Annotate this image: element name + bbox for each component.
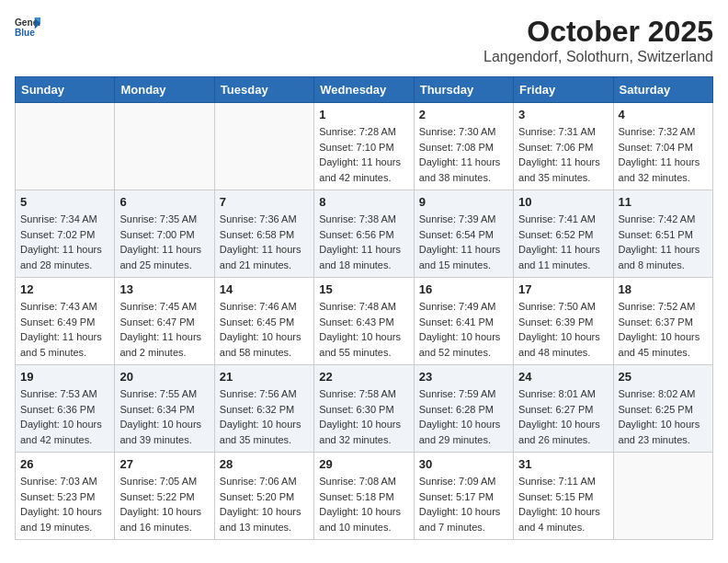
calendar-cell: 11Sunrise: 7:42 AMSunset: 6:51 PMDayligh… bbox=[613, 190, 712, 278]
weekday-header-wednesday: Wednesday bbox=[314, 77, 414, 103]
weekday-header-thursday: Thursday bbox=[414, 77, 513, 103]
calendar-cell: 9Sunrise: 7:39 AMSunset: 6:54 PMDaylight… bbox=[414, 190, 513, 278]
day-info: Sunrise: 8:01 AMSunset: 6:27 PMDaylight:… bbox=[518, 386, 608, 447]
day-info: Sunrise: 7:46 AMSunset: 6:45 PMDaylight:… bbox=[220, 299, 309, 360]
calendar-cell: 22Sunrise: 7:58 AMSunset: 6:30 PMDayligh… bbox=[314, 365, 414, 453]
calendar-cell: 19Sunrise: 7:53 AMSunset: 6:36 PMDayligh… bbox=[16, 365, 115, 453]
day-number: 12 bbox=[20, 282, 109, 296]
calendar-week-row: 1Sunrise: 7:28 AMSunset: 7:10 PMDaylight… bbox=[16, 103, 713, 190]
calendar-cell: 10Sunrise: 7:41 AMSunset: 6:52 PMDayligh… bbox=[514, 190, 613, 278]
day-info: Sunrise: 7:05 AMSunset: 5:22 PMDaylight:… bbox=[119, 474, 209, 534]
day-info: Sunrise: 7:50 AMSunset: 6:39 PMDaylight:… bbox=[518, 299, 608, 360]
calendar-cell: 1Sunrise: 7:28 AMSunset: 7:10 PMDaylight… bbox=[314, 103, 414, 190]
day-info: Sunrise: 7:43 AMSunset: 6:49 PMDaylight:… bbox=[20, 299, 109, 360]
day-info: Sunrise: 7:56 AMSunset: 6:32 PMDaylight:… bbox=[220, 386, 309, 447]
calendar-cell: 5Sunrise: 7:34 AMSunset: 7:02 PMDaylight… bbox=[16, 190, 115, 278]
calendar-header: SundayMondayTuesdayWednesdayThursdayFrid… bbox=[16, 77, 713, 103]
day-number: 20 bbox=[119, 370, 209, 384]
calendar-cell: 24Sunrise: 8:01 AMSunset: 6:27 PMDayligh… bbox=[514, 365, 613, 453]
calendar-cell bbox=[214, 103, 313, 190]
calendar-cell bbox=[115, 103, 214, 190]
day-number: 26 bbox=[20, 457, 109, 471]
day-info: Sunrise: 7:32 AMSunset: 7:04 PMDaylight:… bbox=[619, 124, 708, 185]
day-info: Sunrise: 7:52 AMSunset: 6:37 PMDaylight:… bbox=[619, 299, 708, 360]
day-number: 30 bbox=[419, 457, 508, 471]
day-number: 6 bbox=[119, 195, 209, 209]
weekday-header-row: SundayMondayTuesdayWednesdayThursdayFrid… bbox=[16, 77, 713, 103]
calendar-table: SundayMondayTuesdayWednesdayThursdayFrid… bbox=[15, 76, 713, 540]
day-number: 22 bbox=[319, 370, 408, 384]
calendar-cell: 28Sunrise: 7:06 AMSunset: 5:20 PMDayligh… bbox=[214, 453, 313, 540]
calendar-week-row: 19Sunrise: 7:53 AMSunset: 6:36 PMDayligh… bbox=[16, 365, 713, 453]
weekday-header-saturday: Saturday bbox=[613, 77, 712, 103]
calendar-week-row: 12Sunrise: 7:43 AMSunset: 6:49 PMDayligh… bbox=[16, 278, 713, 365]
page-header: General Blue October 2025 Langendorf, So… bbox=[15, 15, 713, 65]
day-number: 23 bbox=[419, 370, 508, 384]
calendar-cell: 3Sunrise: 7:31 AMSunset: 7:06 PMDaylight… bbox=[514, 103, 613, 190]
day-info: Sunrise: 7:30 AMSunset: 7:08 PMDaylight:… bbox=[419, 124, 508, 185]
day-number: 18 bbox=[619, 282, 708, 296]
calendar-cell: 15Sunrise: 7:48 AMSunset: 6:43 PMDayligh… bbox=[314, 278, 414, 365]
calendar-cell: 14Sunrise: 7:46 AMSunset: 6:45 PMDayligh… bbox=[214, 278, 313, 365]
weekday-header-tuesday: Tuesday bbox=[214, 77, 313, 103]
day-number: 11 bbox=[619, 195, 708, 209]
day-info: Sunrise: 7:49 AMSunset: 6:41 PMDaylight:… bbox=[419, 299, 508, 360]
day-number: 16 bbox=[419, 282, 508, 296]
day-info: Sunrise: 7:39 AMSunset: 6:54 PMDaylight:… bbox=[419, 212, 508, 272]
calendar-cell: 17Sunrise: 7:50 AMSunset: 6:39 PMDayligh… bbox=[514, 278, 613, 365]
day-info: Sunrise: 7:36 AMSunset: 6:58 PMDaylight:… bbox=[220, 212, 309, 272]
calendar-cell: 6Sunrise: 7:35 AMSunset: 7:00 PMDaylight… bbox=[115, 190, 214, 278]
calendar-cell: 26Sunrise: 7:03 AMSunset: 5:23 PMDayligh… bbox=[16, 453, 115, 540]
day-info: Sunrise: 7:03 AMSunset: 5:23 PMDaylight:… bbox=[20, 474, 109, 534]
day-number: 21 bbox=[220, 370, 309, 384]
calendar-cell bbox=[16, 103, 115, 190]
calendar-week-row: 5Sunrise: 7:34 AMSunset: 7:02 PMDaylight… bbox=[16, 190, 713, 278]
day-info: Sunrise: 7:45 AMSunset: 6:47 PMDaylight:… bbox=[119, 299, 209, 360]
calendar-cell: 2Sunrise: 7:30 AMSunset: 7:08 PMDaylight… bbox=[414, 103, 513, 190]
day-number: 7 bbox=[220, 195, 309, 209]
logo: General Blue bbox=[15, 15, 40, 40]
day-number: 4 bbox=[619, 108, 708, 121]
day-number: 14 bbox=[220, 282, 309, 296]
day-info: Sunrise: 7:59 AMSunset: 6:28 PMDaylight:… bbox=[419, 386, 508, 447]
day-info: Sunrise: 7:28 AMSunset: 7:10 PMDaylight:… bbox=[319, 124, 408, 185]
day-info: Sunrise: 7:42 AMSunset: 6:51 PMDaylight:… bbox=[619, 212, 708, 272]
day-info: Sunrise: 7:38 AMSunset: 6:56 PMDaylight:… bbox=[319, 212, 408, 272]
day-number: 28 bbox=[220, 457, 309, 471]
calendar-cell: 21Sunrise: 7:56 AMSunset: 6:32 PMDayligh… bbox=[214, 365, 313, 453]
day-info: Sunrise: 7:48 AMSunset: 6:43 PMDaylight:… bbox=[319, 299, 408, 360]
day-number: 3 bbox=[518, 108, 608, 121]
calendar-cell: 23Sunrise: 7:59 AMSunset: 6:28 PMDayligh… bbox=[414, 365, 513, 453]
day-info: Sunrise: 7:41 AMSunset: 6:52 PMDaylight:… bbox=[518, 212, 608, 272]
weekday-header-friday: Friday bbox=[514, 77, 613, 103]
day-number: 9 bbox=[419, 195, 508, 209]
title-block: October 2025 Langendorf, Solothurn, Swit… bbox=[483, 15, 713, 65]
logo-icon: General Blue bbox=[15, 15, 40, 40]
day-info: Sunrise: 7:06 AMSunset: 5:20 PMDaylight:… bbox=[220, 474, 309, 534]
calendar-cell: 25Sunrise: 8:02 AMSunset: 6:25 PMDayligh… bbox=[613, 365, 712, 453]
calendar-cell: 27Sunrise: 7:05 AMSunset: 5:22 PMDayligh… bbox=[115, 453, 214, 540]
month-title: October 2025 bbox=[483, 15, 713, 49]
day-number: 17 bbox=[518, 282, 608, 296]
calendar-cell: 29Sunrise: 7:08 AMSunset: 5:18 PMDayligh… bbox=[314, 453, 414, 540]
calendar-cell: 18Sunrise: 7:52 AMSunset: 6:37 PMDayligh… bbox=[613, 278, 712, 365]
calendar-cell: 20Sunrise: 7:55 AMSunset: 6:34 PMDayligh… bbox=[115, 365, 214, 453]
day-number: 1 bbox=[319, 108, 408, 121]
weekday-header-sunday: Sunday bbox=[16, 77, 115, 103]
day-number: 25 bbox=[619, 370, 708, 384]
day-number: 8 bbox=[319, 195, 408, 209]
day-number: 15 bbox=[319, 282, 408, 296]
calendar-cell: 12Sunrise: 7:43 AMSunset: 6:49 PMDayligh… bbox=[16, 278, 115, 365]
day-number: 29 bbox=[319, 457, 408, 471]
svg-text:Blue: Blue bbox=[15, 28, 35, 38]
calendar-cell bbox=[613, 453, 712, 540]
day-info: Sunrise: 7:35 AMSunset: 7:00 PMDaylight:… bbox=[119, 212, 209, 272]
calendar-cell: 4Sunrise: 7:32 AMSunset: 7:04 PMDaylight… bbox=[613, 103, 712, 190]
day-number: 27 bbox=[119, 457, 209, 471]
day-number: 5 bbox=[20, 195, 109, 209]
calendar-cell: 7Sunrise: 7:36 AMSunset: 6:58 PMDaylight… bbox=[214, 190, 313, 278]
day-number: 13 bbox=[119, 282, 209, 296]
day-info: Sunrise: 7:08 AMSunset: 5:18 PMDaylight:… bbox=[319, 474, 408, 534]
day-number: 10 bbox=[518, 195, 608, 209]
day-number: 31 bbox=[518, 457, 608, 471]
